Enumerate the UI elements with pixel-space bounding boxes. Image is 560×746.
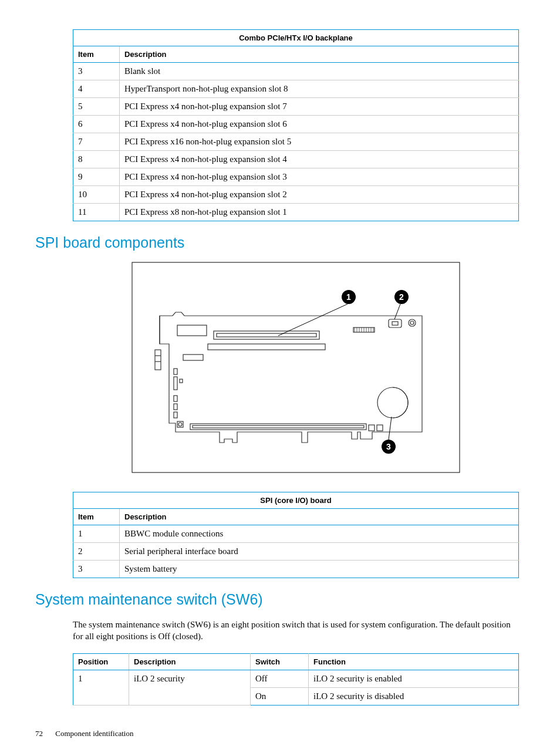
- col-header-function: Function: [309, 653, 519, 670]
- cell-desc: HyperTransport non-hot-plug expansion sl…: [120, 80, 519, 98]
- cell-item: 2: [73, 543, 120, 561]
- cell-desc: Serial peripheral interface board: [120, 543, 519, 561]
- cell-desc: PCI Express x4 non-hot-plug expansion sl…: [120, 98, 519, 116]
- callout-1: 1: [346, 292, 351, 302]
- cell-desc: PCI Express x4 non-hot-plug expansion sl…: [120, 186, 519, 204]
- table-row: 1 iLO 2 security Off iLO 2 security is e…: [73, 670, 519, 687]
- cell-item: 5: [73, 98, 120, 116]
- svg-rect-35: [190, 424, 366, 430]
- heading-sw6: System maintenance switch (SW6): [35, 591, 519, 608]
- table-title: Combo PCIe/HTx I/O backplane: [73, 30, 519, 46]
- cell-function: iLO 2 security is enabled: [309, 670, 519, 687]
- table-row: 9PCI Express x4 non-hot-plug expansion s…: [73, 168, 519, 186]
- col-header-desc: Description: [120, 46, 519, 63]
- svg-rect-36: [193, 426, 364, 428]
- svg-rect-30: [174, 396, 177, 401]
- cell-position: 1: [73, 670, 129, 705]
- svg-point-34: [178, 423, 182, 426]
- spi-board-table: SPI (core I/O) board Item Description 1B…: [73, 492, 519, 578]
- col-header-item: Item: [73, 509, 120, 525]
- svg-rect-23: [217, 333, 316, 337]
- svg-rect-10: [389, 319, 402, 328]
- backplane-table: Combo PCIe/HTx I/O backplane Item Descri…: [73, 29, 519, 221]
- table-row: 3Blank slot: [73, 63, 519, 80]
- table-row: 4HyperTransport non-hot-plug expansion s…: [73, 80, 519, 98]
- table-row: 10PCI Express x4 non-hot-plug expansion …: [73, 186, 519, 204]
- page-footer: 72 Component identification: [35, 729, 519, 738]
- cell-desc: PCI Express x16 non-hot-plug expansion s…: [120, 133, 519, 151]
- svg-line-42: [389, 417, 392, 440]
- svg-rect-38: [377, 425, 383, 431]
- cell-item: 9: [73, 168, 120, 186]
- cell-desc: iLO 2 security: [129, 670, 251, 705]
- cell-item: 11: [73, 204, 120, 221]
- col-header-item: Item: [73, 46, 120, 63]
- col-header-desc: Description: [129, 653, 251, 670]
- table-row: 1BBWC module connections: [73, 525, 519, 543]
- svg-rect-0: [132, 262, 460, 472]
- cell-item: 3: [73, 63, 120, 80]
- svg-line-41: [394, 304, 400, 319]
- spi-board-diagram: 1 2 3: [73, 262, 519, 475]
- cell-switch: Off: [251, 670, 309, 687]
- cell-item: 6: [73, 116, 120, 133]
- cell-desc: PCI Express x4 non-hot-plug expansion sl…: [120, 116, 519, 133]
- svg-rect-26: [183, 355, 203, 360]
- svg-rect-11: [392, 322, 398, 325]
- table-row: 7PCI Express x16 non-hot-plug expansion …: [73, 133, 519, 151]
- table-row: 5PCI Express x4 non-hot-plug expansion s…: [73, 98, 519, 116]
- cell-desc: Blank slot: [120, 63, 519, 80]
- cell-desc: BBWC module connections: [120, 525, 519, 543]
- cell-item: 10: [73, 186, 120, 204]
- cell-desc: PCI Express x8 non-hot-plug expansion sl…: [120, 204, 519, 221]
- cell-item: 4: [73, 80, 120, 98]
- svg-rect-27: [174, 369, 177, 374]
- cell-switch: On: [251, 687, 309, 705]
- sw6-table: Position Description Switch Function 1 i…: [73, 653, 519, 706]
- heading-spi-board: SPI board components: [35, 234, 519, 251]
- svg-rect-25: [208, 344, 325, 350]
- cell-item: 1: [73, 525, 120, 543]
- callout-2: 2: [399, 292, 404, 302]
- svg-rect-22: [214, 331, 319, 339]
- svg-rect-24: [177, 325, 207, 336]
- table-row: 6PCI Express x4 non-hot-plug expansion s…: [73, 116, 519, 133]
- svg-rect-5: [155, 350, 161, 370]
- svg-point-8: [409, 319, 416, 326]
- table-row: 2Serial peripheral interface board: [73, 543, 519, 561]
- table-title: SPI (core I/O) board: [73, 492, 519, 509]
- sw6-paragraph: The system maintenance switch (SW6) is a…: [73, 619, 519, 643]
- svg-rect-37: [369, 425, 375, 431]
- table-row: 11PCI Express x8 non-hot-plug expansion …: [73, 204, 519, 221]
- svg-rect-29: [180, 379, 183, 383]
- svg-rect-32: [174, 412, 177, 418]
- cell-desc: PCI Express x4 non-hot-plug expansion sl…: [120, 168, 519, 186]
- footer-section: Component identification: [55, 729, 133, 738]
- col-header-switch: Switch: [251, 653, 309, 670]
- cell-item: 7: [73, 133, 120, 151]
- page-number: 72: [35, 729, 43, 738]
- svg-rect-28: [174, 377, 177, 390]
- cell-item: 8: [73, 151, 120, 168]
- table-row: 8PCI Express x4 non-hot-plug expansion s…: [73, 151, 519, 168]
- table-row: 3System battery: [73, 561, 519, 578]
- callout-3: 3: [386, 442, 391, 451]
- svg-point-9: [410, 321, 414, 325]
- svg-rect-31: [174, 404, 177, 410]
- col-header-position: Position: [73, 653, 129, 670]
- cell-desc: System battery: [120, 561, 519, 578]
- cell-function: iLO 2 security is disabled: [309, 687, 519, 705]
- cell-item: 3: [73, 561, 120, 578]
- col-header-desc: Description: [120, 509, 519, 525]
- cell-desc: PCI Express x4 non-hot-plug expansion sl…: [120, 151, 519, 168]
